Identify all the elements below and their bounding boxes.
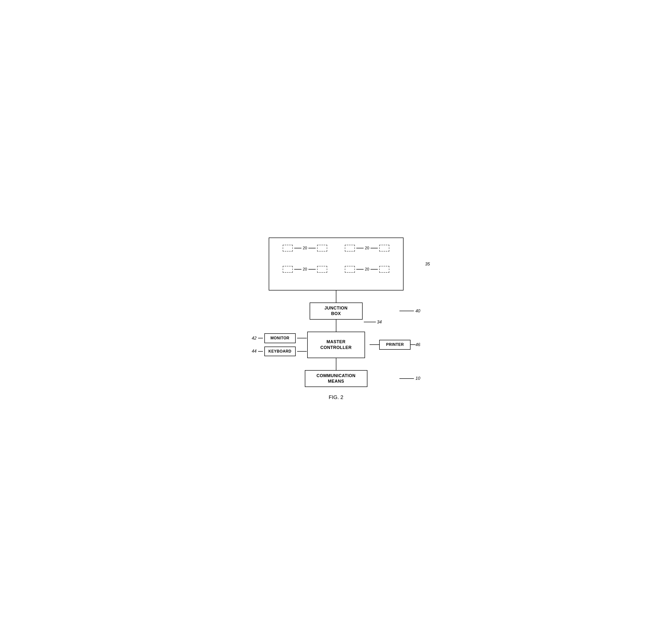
sensor-ref-1: 20 [303,246,307,250]
sensor-line-3 [294,269,301,270]
mc-right-devices: PRINTER 46 [370,340,420,350]
sensor-line-2b [371,248,378,248]
junction-ref-line [399,311,414,311]
monitor-box: MONITOR [264,333,296,343]
monitor-line-right [297,338,307,338]
sensor-ref-4: 20 [365,267,370,271]
printer-ref: 46 [415,342,420,347]
mc-left-devices: 42 MONITOR 44 KEYBOARD [252,333,307,356]
junction-box-label: JUNCTIONBOX [324,306,347,316]
monitor-line-left [258,338,263,338]
panel-35: 20 20 20 [269,237,404,290]
sensor-line-4 [356,269,364,270]
keyboard-label: KEYBOARD [268,349,292,353]
printer-label: PRINTER [386,342,404,347]
keyboard-box: KEYBOARD [264,347,296,356]
panel-35-ref: 35 [425,262,430,266]
junction-box-wrap: JUNCTIONBOX 40 [252,303,421,320]
figure-label: FIG. 2 [252,394,421,401]
sensor-box-2b [379,245,389,252]
keyboard-ref: 44 [252,349,257,354]
sensor-ref-3: 20 [303,267,307,271]
sensor-box-1b [317,245,327,252]
mc-row: 42 MONITOR 44 KEYBOARD MASTERCONTROLLER [252,332,421,358]
line-panel-to-junction [336,290,337,303]
printer-line-right [411,345,415,345]
comm-wrap: COMMUNICATIONMEANS 10 [252,370,421,387]
sensor-box-2a [345,245,355,252]
ref34-h-line [364,322,376,322]
junction-box-ref: 40 [415,308,420,314]
sensor-line-2 [356,248,364,248]
sensor-group-4: 20 [345,266,390,273]
sensor-line-1 [294,248,301,248]
monitor-ref: 42 [252,336,257,341]
line-mc-to-comm [336,358,337,370]
line-junction-to-mc [336,320,337,332]
monitor-label: MONITOR [271,336,290,340]
printer-box: PRINTER [379,340,411,350]
keyboard-line-right [297,351,307,352]
sensor-line-1b [308,248,316,248]
sensor-line-4b [371,269,378,270]
comm-ref: 10 [415,376,420,381]
sensor-group-2: 20 [345,245,390,252]
sensor-line-3b [308,269,316,270]
master-controller-label: MASTERCONTROLLER [321,339,352,350]
sensor-ref-2: 20 [365,246,370,250]
sensor-group-3: 20 [283,266,327,273]
comm-label: COMMUNICATIONMEANS [316,373,355,384]
comm-ref-line [399,378,414,379]
junction-box: JUNCTIONBOX [310,303,363,320]
sensor-box-3a [283,266,293,273]
comm-box: COMMUNICATIONMEANS [305,370,367,387]
mc-ref-label: 34 [377,320,382,325]
printer-line-left [370,345,379,345]
diagram: 20 20 20 [252,237,421,401]
sensor-box-1a [283,245,293,252]
sensor-box-4a [345,266,355,273]
master-controller-box: MASTERCONTROLLER [307,332,365,358]
sensor-box-4b [379,266,389,273]
keyboard-line-left [258,351,263,352]
sensor-box-3b [317,266,327,273]
sensor-group-1: 20 [283,245,327,252]
